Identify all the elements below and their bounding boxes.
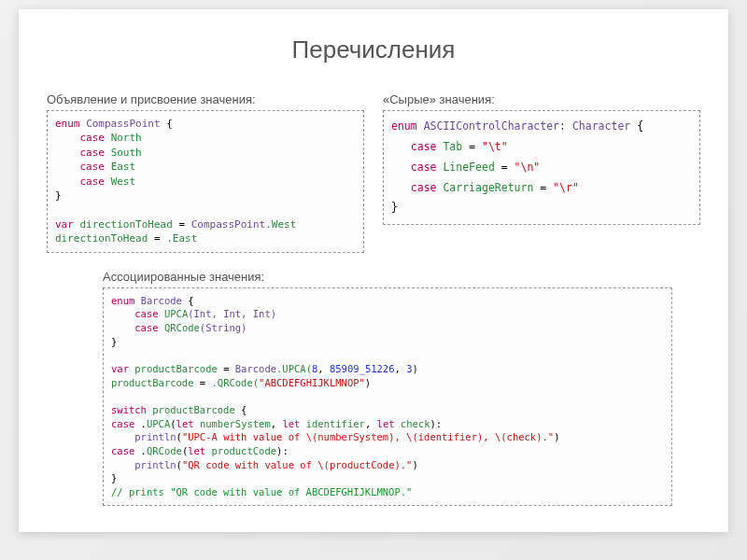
section2-label: «Сырые» значения: xyxy=(383,92,700,106)
section-declaration: Объявление и присвоение значения: enum C… xyxy=(47,92,364,253)
slide: Перечисления Объявление и присвоение зна… xyxy=(19,9,728,532)
section3-label: Ассоциированные значения: xyxy=(103,270,672,284)
code-block-3: enum Barcode { case UPCA(Int, Int, Int) … xyxy=(103,287,672,506)
section-associated-values: Ассоциированные значения: enum Barcode {… xyxy=(103,270,672,506)
section1-label: Объявление и присвоение значения: xyxy=(47,92,364,106)
code-block-1: enum CompassPoint { case North case Sout… xyxy=(47,110,364,253)
code-block-2: enum ASCIIControlCharacter: Character { … xyxy=(383,110,700,225)
page-title: Перечисления xyxy=(47,35,700,64)
section-raw-values: «Сырые» значения: enum ASCIIControlChara… xyxy=(383,92,700,253)
top-row: Объявление и присвоение значения: enum C… xyxy=(47,92,700,253)
